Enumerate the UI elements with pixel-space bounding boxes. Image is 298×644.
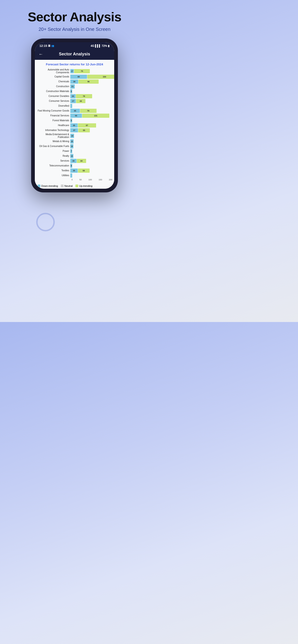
- x-axis: 0 50 100 150 200: [37, 178, 112, 181]
- chart-row: Utilities: [37, 174, 112, 178]
- up-trending-bar: 44: [77, 159, 86, 163]
- row-label: Chemicals: [37, 80, 70, 83]
- status-time: 12:15: [40, 44, 47, 48]
- chart-row: Textiles3556: [37, 168, 112, 173]
- row-label: Automobile and Auto Components: [37, 68, 70, 74]
- down-trending-bar: 27: [70, 99, 76, 103]
- status-bar: 12:15 🖼 👥 4G ▌▌▌ 72% ▮: [35, 42, 114, 49]
- back-button[interactable]: ←: [39, 52, 43, 57]
- bars-container: [70, 174, 112, 178]
- chart-row: Chemicals3896: [37, 80, 112, 84]
- up-trending-bar: 78: [76, 94, 92, 98]
- photo-icon: 🖼: [48, 44, 50, 47]
- down-trending-bar: 30: [70, 159, 77, 163]
- bars-container: 80164: [70, 75, 114, 79]
- up-trending-bar: 55: [78, 128, 90, 132]
- up-trending-bar: 96: [79, 80, 98, 84]
- bars-container: 3587: [70, 123, 112, 128]
- row-label: Telecommunication: [37, 164, 70, 167]
- bars-container: 2744: [70, 99, 112, 103]
- down-trending-bar: 25: [70, 94, 76, 98]
- people-icon: 👥: [51, 44, 54, 47]
- row-label: Diversified: [37, 104, 70, 107]
- down-trending-bar: 45: [70, 109, 80, 113]
- row-label: Consumer Durables: [37, 95, 70, 98]
- row-label: Forest Materials: [37, 119, 70, 122]
- down-trending-bar: 7: [70, 149, 72, 153]
- legend-item-up-trending: Up-trending: [75, 184, 92, 187]
- chart-area: Forecast Sector returns for 12-Jun-2024 …: [35, 60, 114, 183]
- bars-container: 14: [70, 154, 112, 158]
- legend-item-down-trending: Down-trending: [38, 184, 58, 187]
- legend-color-neutral: [61, 184, 64, 187]
- legend: Down-trendingNeutralUp-trending: [35, 183, 114, 189]
- legend-label-up-trending: Up-trending: [79, 184, 92, 187]
- bars-container: 4579: [70, 109, 112, 113]
- row-label: Fast Moving Consumer Goods: [37, 110, 70, 112]
- down-trending-bar: 17: [70, 69, 74, 73]
- bars-container: [70, 104, 112, 108]
- up-trending-bar: 131: [82, 114, 110, 118]
- legend-color-down-trending: [38, 184, 40, 187]
- bars-container: 1775: [70, 69, 112, 73]
- chart-row: Services3044: [37, 159, 112, 163]
- bars-container: 14: [70, 144, 112, 148]
- row-label: Realty: [37, 154, 70, 158]
- chart-row: Construction Materials6: [37, 89, 112, 94]
- bars-container: 6: [70, 89, 112, 94]
- up-trending-bar: 79: [80, 109, 97, 113]
- bars-container: 8: [70, 118, 112, 123]
- row-label: Healthcare: [37, 124, 70, 127]
- chart-row: Automobile and Auto Components1775: [37, 68, 112, 74]
- row-label: Construction Materials: [37, 90, 70, 93]
- down-trending-bar: 8: [70, 164, 72, 168]
- chart-row: Metals & Mining15: [37, 139, 112, 144]
- bars-container: 3556: [70, 168, 112, 173]
- app-header: ← Sector Analysis: [35, 49, 114, 60]
- row-label: Metals & Mining: [37, 140, 70, 143]
- down-trending-bar: 6: [70, 89, 72, 94]
- chart-row: Healthcare3587: [37, 123, 112, 128]
- phone-shell: 12:15 🖼 👥 4G ▌▌▌ 72% ▮ ← Sector Analysis…: [32, 39, 117, 192]
- page-title: Sector Analysis: [28, 9, 121, 24]
- legend-label-neutral: Neutral: [65, 184, 73, 187]
- phone-screen: 12:15 🖼 👥 4G ▌▌▌ 72% ▮ ← Sector Analysis…: [35, 42, 114, 189]
- row-label: Oil Gas & Consumable Fuels: [37, 145, 70, 148]
- decorative-circle: [36, 213, 55, 231]
- chart-row: Fast Moving Consumer Goods4579: [37, 109, 112, 113]
- row-label: Financial Services: [37, 114, 70, 117]
- row-label: Information Technology: [37, 129, 70, 132]
- down-trending-bar: 55: [70, 114, 82, 118]
- chart-row: Realty14: [37, 154, 112, 158]
- row-label: Consumer Services: [37, 100, 70, 102]
- bars-container: 7: [70, 149, 112, 153]
- down-trending-bar: 15: [70, 139, 74, 144]
- chart-row: Power7: [37, 149, 112, 153]
- up-trending-bar: 75: [74, 69, 90, 73]
- down-trending-bar: 37: [70, 128, 78, 132]
- page-subtitle: 20+ Sector Analysis in One Screen: [39, 27, 111, 32]
- battery-level: 72%: [102, 44, 107, 48]
- bars-container: 8: [70, 164, 112, 168]
- app-header-title: Sector Analysis: [59, 52, 90, 56]
- legend-item-neutral: Neutral: [61, 184, 73, 187]
- chart-row: Oil Gas & Consumable Fuels14: [37, 144, 112, 148]
- chart-rows: Automobile and Auto Components1775Capita…: [37, 68, 112, 178]
- down-trending-bar: 18: [70, 134, 74, 138]
- chart-row: Consumer Services2744: [37, 99, 112, 103]
- down-trending-bar: 38: [70, 80, 78, 84]
- row-label: Media Entertainment & Publication: [37, 133, 70, 139]
- bars-container: 3044: [70, 159, 112, 163]
- down-trending-bar: 14: [70, 144, 73, 148]
- bars-container: 21: [70, 84, 112, 88]
- network-icon: 4G: [91, 44, 94, 48]
- up-trending-bar: 164: [87, 75, 114, 79]
- bars-container: 2578: [70, 94, 112, 98]
- down-trending-bar: [70, 104, 72, 108]
- up-trending-bar: 87: [78, 123, 96, 128]
- chart-row: Consumer Durables2578: [37, 94, 112, 98]
- bars-container: 15: [70, 139, 112, 144]
- row-label: Services: [37, 160, 70, 162]
- row-label: Textiles: [37, 169, 70, 172]
- down-trending-bar: 8: [70, 118, 72, 123]
